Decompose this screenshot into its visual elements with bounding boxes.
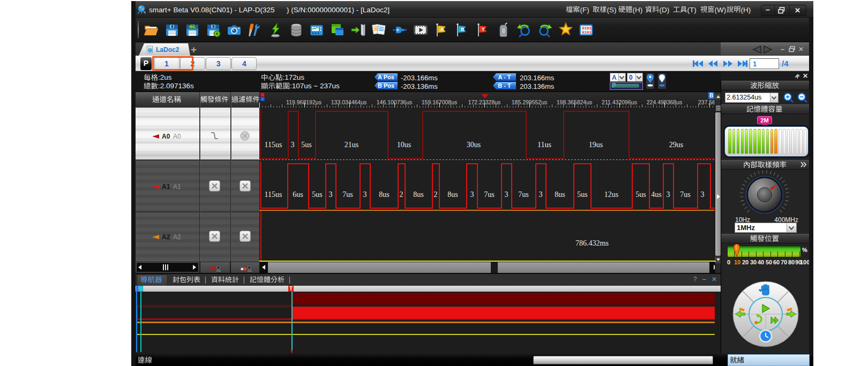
svg-text:A: A (440, 27, 444, 32)
svg-text:B: B (461, 27, 465, 32)
svg-text:T: T (482, 27, 485, 32)
svg-text:0101: 0101 (582, 30, 592, 35)
